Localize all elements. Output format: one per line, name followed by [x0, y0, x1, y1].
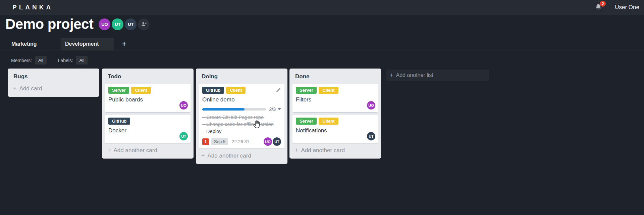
list-title[interactable]: Done — [289, 69, 381, 81]
card-filters[interactable]: Server Client Filters UO — [292, 84, 378, 112]
person-plus-icon — [141, 21, 147, 28]
card-title: Notifications — [296, 127, 375, 134]
avatar[interactable]: UO — [179, 101, 188, 110]
labels-filter-label: Labels: — [58, 58, 73, 63]
members-filter-label: Members: — [11, 58, 32, 63]
notification-count-badge: 1 — [202, 138, 209, 145]
chevron-down-icon[interactable] — [278, 108, 281, 110]
plus-icon: + — [201, 152, 205, 159]
timer-badge[interactable]: 22:26:31 — [232, 139, 250, 144]
topbar-right: 2 User One — [595, 3, 639, 11]
edit-card-button[interactable] — [276, 87, 281, 93]
avatar[interactable]: UT — [367, 132, 375, 140]
plus-icon: + — [390, 72, 393, 79]
project-members: UO UT UT — [99, 18, 150, 30]
list-todo: Todo Server Client Public boards UO GitH… — [102, 69, 194, 159]
plus-icon: + — [107, 147, 111, 154]
add-card-label: Add card — [19, 85, 42, 92]
add-card-button[interactable]: + Add another card — [102, 143, 194, 159]
notification-count-badge: 2 — [600, 1, 606, 7]
label-client[interactable]: Client — [319, 87, 338, 94]
avatar[interactable]: UO — [264, 137, 272, 146]
due-date-badge[interactable]: Sep 5 — [211, 138, 228, 145]
add-card-button[interactable]: + Add another card — [196, 148, 287, 164]
label-client[interactable]: Client — [319, 118, 338, 125]
labels-filter-value[interactable]: All — [76, 56, 88, 64]
app-logo[interactable]: PLANKA — [12, 4, 53, 11]
add-card-label: Add another card — [301, 147, 345, 154]
list-title[interactable]: Doing — [196, 69, 287, 81]
card-labels: Server Client — [296, 118, 375, 125]
card-notifications[interactable]: Server Client Notifications UT — [292, 115, 378, 143]
task-item[interactable]: – Change code for offline version — [202, 121, 281, 128]
tasks-progress: 2/3 — [202, 106, 281, 112]
board-tabs: Marketing Development + — [0, 38, 644, 50]
card-online-demo[interactable]: GitHub Client Online demo 2/3 – Create G… — [199, 84, 284, 148]
add-list-button[interactable]: + Add another list — [386, 70, 489, 81]
members-filter-value[interactable]: All — [35, 56, 46, 64]
add-card-label: Add another card — [114, 147, 157, 154]
user-menu[interactable]: User One — [615, 4, 639, 11]
progress-bar[interactable] — [202, 108, 266, 111]
card-docker[interactable]: GitHub Docker UT — [105, 115, 191, 143]
add-list-label: Add another list — [396, 72, 433, 78]
card-labels: Server Client — [296, 87, 375, 94]
card-title: Public boards — [108, 96, 187, 103]
task-item[interactable]: – Deploy — [202, 128, 281, 135]
plus-icon: + — [13, 85, 17, 92]
label-client[interactable]: Client — [226, 87, 246, 94]
pencil-icon — [276, 87, 281, 93]
list-title[interactable]: Bugs — [8, 69, 99, 81]
list-doing: Doing GitHub Client Online demo 2/3 – Cr… — [196, 69, 287, 164]
notifications-button[interactable]: 2 — [595, 3, 603, 11]
task-list: – Create GitHub Pages repo – Change code… — [202, 114, 281, 135]
add-board-button[interactable]: + — [119, 40, 129, 48]
add-card-button[interactable]: + Add card — [8, 81, 99, 97]
tab-marketing[interactable]: Marketing — [0, 38, 61, 50]
task-item[interactable]: – Create GitHub Pages repo — [202, 114, 281, 121]
card-badges: 1 Sep 5 22:26:31 UO UT — [202, 137, 281, 146]
card-title: Online demo — [202, 96, 281, 103]
avatar[interactable]: UT — [179, 132, 188, 140]
avatar[interactable]: UO — [99, 18, 110, 30]
card-labels: GitHub Client — [202, 87, 281, 94]
list-done: Done Server Client Filters UO Server Cli… — [289, 69, 381, 159]
filter-bar: Members: All Labels: All — [11, 55, 88, 66]
project-title[interactable]: Demo project — [5, 16, 93, 32]
card-title: Docker — [108, 127, 187, 134]
progress-count[interactable]: 2/3 — [269, 106, 276, 112]
list-bugs: Bugs + Add card — [8, 69, 99, 97]
card-assignees: UO UT — [264, 137, 281, 146]
add-member-button[interactable] — [138, 18, 150, 30]
tab-development[interactable]: Development — [61, 38, 114, 50]
avatar[interactable]: UT — [112, 18, 123, 30]
avatar[interactable]: UT — [273, 137, 281, 146]
label-github[interactable]: GitHub — [202, 87, 224, 94]
top-bar: PLANKA 2 User One — [0, 0, 644, 15]
card-title: Filters — [296, 96, 375, 103]
label-server[interactable]: Server — [108, 87, 129, 94]
label-server[interactable]: Server — [296, 87, 317, 94]
project-header: Demo project UO UT UT — [5, 16, 150, 32]
card-public-boards[interactable]: Server Client Public boards UO — [105, 84, 191, 112]
label-server[interactable]: Server — [296, 118, 317, 125]
list-title[interactable]: Todo — [102, 69, 194, 81]
avatar[interactable]: UT — [125, 18, 137, 30]
avatar[interactable]: UO — [367, 101, 375, 110]
label-github[interactable]: GitHub — [108, 118, 130, 125]
label-client[interactable]: Client — [131, 87, 151, 94]
progress-fill — [202, 108, 245, 111]
add-card-label: Add another card — [208, 153, 251, 159]
card-labels: GitHub — [108, 118, 187, 125]
plus-icon: + — [295, 147, 299, 154]
add-card-button[interactable]: + Add another card — [289, 143, 381, 159]
card-labels: Server Client — [108, 87, 187, 94]
